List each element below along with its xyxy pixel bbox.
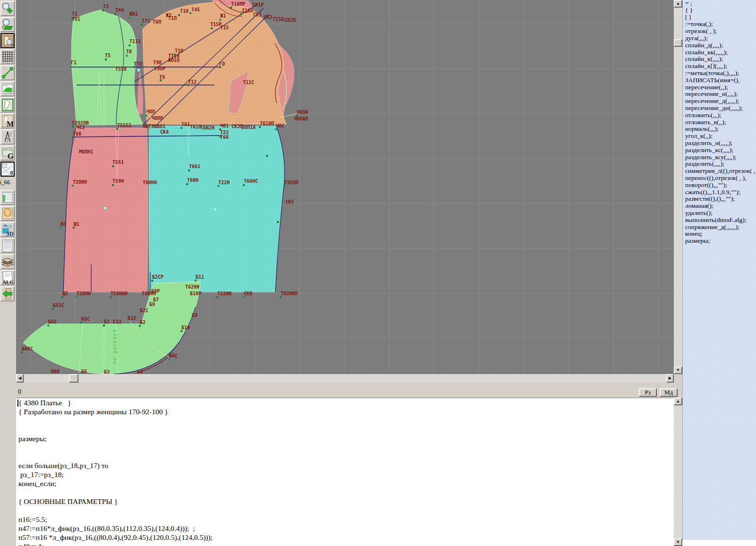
tool-zoom-area-button[interactable]	[0, 17, 15, 32]
command-item[interactable]: ломаная();	[683, 203, 756, 210]
pattern-point[interactable]	[76, 296, 77, 298]
pattern-point[interactable]	[61, 296, 63, 298]
command-item[interactable]: нормаль(,,,);	[683, 126, 756, 133]
pattern-canvas[interactable]: Т1ТО1Т3Т44ЖА1Т71Т6ПЖ2Т1ПТ16Т45Т16ПРСК1РТ…	[16, 0, 674, 374]
command-item[interactable]: = ;	[683, 0, 756, 7]
command-item[interactable]: разделить(,,,,);	[683, 161, 756, 168]
pattern-point[interactable]	[151, 280, 153, 282]
command-item[interactable]: развести((),(),,,"");	[683, 196, 756, 203]
pattern-point[interactable]	[72, 126, 74, 128]
command-item[interactable]: отложить(,,,);	[683, 112, 756, 119]
pattern-point[interactable]	[277, 221, 279, 223]
canvas-hscroll-thumb[interactable]	[69, 374, 78, 383]
pattern-point[interactable]	[60, 227, 61, 229]
tool-picture-button[interactable]	[0, 81, 15, 96]
command-item[interactable]: { }	[683, 7, 756, 14]
pattern-point[interactable]	[116, 128, 118, 130]
tool-spreadsheet-button[interactable]	[0, 190, 15, 205]
tool-segment-button[interactable]	[0, 65, 15, 80]
pattern-point[interactable]	[126, 55, 128, 57]
pattern-point[interactable]	[211, 27, 213, 29]
pattern-point[interactable]	[174, 54, 176, 56]
command-item[interactable]: :=точка(,);	[683, 21, 756, 28]
command-item[interactable]: пересечение_дн(,,,,,);	[683, 105, 756, 112]
command-item[interactable]: сжать((),,,1.1,0.9,"");	[683, 189, 756, 196]
selected-point[interactable]	[214, 208, 216, 211]
pattern-point[interactable]	[280, 296, 282, 298]
pattern-point[interactable]	[139, 325, 141, 327]
editor-scroll-up-button[interactable]: ▲	[674, 398, 682, 405]
command-item[interactable]: поворот((),,,"");	[683, 182, 756, 189]
command-item[interactable]: ЗАПИСАТЬ(имя=(),	[683, 77, 756, 84]
pattern-point[interactable]	[112, 165, 114, 167]
pattern-point[interactable]	[102, 9, 104, 11]
command-item[interactable]: сплайн_кк(,,,,,);	[683, 49, 756, 56]
pattern-point[interactable]	[141, 24, 143, 26]
pattern-point[interactable]	[114, 13, 116, 15]
pattern-point[interactable]	[230, 7, 232, 9]
pattern-point[interactable]	[70, 66, 72, 68]
pattern-point[interactable]	[73, 227, 75, 229]
tool-ruler-eight-button[interactable]: 8	[0, 162, 15, 177]
command-item[interactable]: удалить();	[683, 210, 756, 217]
pattern-point[interactable]	[103, 324, 105, 326]
pattern-drawing[interactable]: Т1ТО1Т3Т44ЖА1Т71Т6ПЖ2Т1ПТ16Т45Т16ПРСК1РТ…	[16, 0, 674, 374]
pattern-point[interactable]	[72, 136, 74, 138]
tool-pattern-m-button[interactable]: M	[0, 113, 15, 128]
command-item[interactable]: симметрия_л((),отрезок( , ),	[683, 168, 756, 175]
pattern-point[interactable]	[52, 308, 54, 310]
pattern-point[interactable]	[178, 14, 180, 16]
command-item[interactable]: конец;	[683, 230, 756, 238]
pattern-point[interactable]	[296, 115, 298, 117]
pattern-point[interactable]	[160, 79, 162, 81]
pattern-point[interactable]	[129, 17, 130, 19]
pattern-point[interactable]	[219, 19, 221, 21]
selected-point[interactable]	[104, 207, 106, 209]
pattern-point[interactable]	[146, 115, 147, 117]
pattern-point[interactable]	[188, 170, 190, 171]
tool-3d-button[interactable]: 3D	[0, 222, 15, 237]
command-item[interactable]: [ ]	[683, 14, 756, 21]
tool-alg-button[interactable]: ALG	[0, 270, 15, 285]
pattern-point[interactable]	[180, 330, 182, 332]
pattern-point[interactable]	[168, 358, 170, 360]
tool-exit-button[interactable]	[0, 286, 15, 301]
pattern-point[interactable]	[216, 296, 218, 298]
md-button[interactable]: Мд	[660, 388, 678, 397]
tool-photo-button[interactable]	[0, 206, 15, 221]
pattern-point[interactable]	[180, 127, 182, 129]
tool-pattern-doc-button[interactable]	[0, 97, 15, 112]
pattern-point[interactable]	[195, 280, 197, 282]
tool-drafting-button[interactable]	[0, 129, 15, 145]
command-item[interactable]: пересечение_д(,,,,,);	[683, 98, 756, 105]
tool-books-button[interactable]	[0, 254, 15, 269]
command-item[interactable]: перенос((),отрезок( , ),	[683, 175, 756, 182]
pattern-point[interactable]	[21, 351, 23, 353]
command-item[interactable]: сопряжение_д(,,,,,,);	[683, 224, 756, 231]
pattern-point[interactable]	[243, 296, 245, 298]
command-item[interactable]: разделить_ксу(,,,,);	[683, 154, 756, 161]
pattern-point[interactable]	[110, 296, 112, 298]
pattern-point[interactable]	[129, 44, 130, 46]
command-item[interactable]: разделить_н(,,,,,);	[683, 140, 756, 147]
pattern-point[interactable]	[217, 185, 219, 187]
pattern-point[interactable]	[240, 13, 242, 15]
algorithm-editor[interactable]: { 4380 Платье }{ Разработано на размер ж…	[16, 398, 674, 546]
pattern-point[interactable]	[191, 318, 193, 320]
tool-g-button[interactable]: G	[0, 145, 15, 161]
command-item[interactable]: отрезок( , );	[683, 28, 756, 35]
command-item[interactable]: отложить_в(,,);	[683, 119, 756, 126]
pattern-point[interactable]	[133, 66, 135, 68]
command-item[interactable]: разделить_кс(,,,,);	[683, 147, 756, 154]
pattern-point[interactable]	[105, 59, 107, 60]
command-item[interactable]: размеры;	[683, 238, 756, 245]
pattern-point[interactable]	[219, 136, 221, 137]
pattern-point[interactable]	[259, 126, 261, 128]
tool-grid-button[interactable]	[0, 49, 15, 64]
pattern-point[interactable]	[266, 155, 268, 157]
command-item[interactable]: пересечение_н(,,,,);	[683, 91, 756, 98]
rz-button[interactable]: Рз	[639, 388, 657, 397]
pattern-point[interactable]	[80, 322, 82, 324]
command-item[interactable]: выполнить(dmod\.alg);	[683, 217, 756, 224]
canvas-horizontal-scrollbar[interactable]: ◀ ▶	[16, 374, 674, 383]
